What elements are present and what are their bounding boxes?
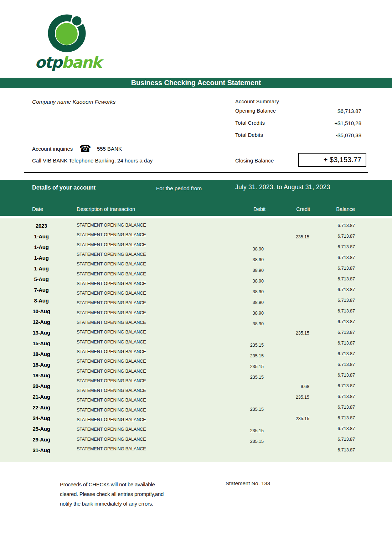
balance-cell: 6.713.87 xyxy=(316,351,355,356)
debit-cell: 38.90 xyxy=(225,247,264,252)
debit-cell: 38.90 xyxy=(225,311,264,316)
date-cell: 21-Aug xyxy=(29,394,53,400)
total-credits-label: Total Credits xyxy=(235,120,265,126)
footer-notice-line: notify the bank immediately of any error… xyxy=(60,499,177,508)
description-cell: STATEMENT OPENING BALANCE xyxy=(77,232,146,237)
otp-logo-mark-icon xyxy=(48,10,88,54)
balance-cell: 6.713.87 xyxy=(316,276,355,281)
logo-otp-text: otp xyxy=(35,53,62,71)
column-header-balance: Balance xyxy=(319,206,355,212)
date-cell: 10-Aug xyxy=(29,308,53,314)
date-cell: 2023 xyxy=(29,223,53,229)
table-row: 1-Aug235.156.713.87 xyxy=(0,233,392,243)
details-title: Details of your account xyxy=(32,184,96,191)
table-row: 31-Aug6.713.87 xyxy=(0,447,392,457)
otp-bank-logo: otpbank xyxy=(34,10,102,71)
telephone-banking-line: Call VIB BANK Telephone Banking, 24 hour… xyxy=(32,157,153,164)
balance-cell: 6.713.87 xyxy=(316,266,355,271)
date-cell: 18-Aug xyxy=(29,351,53,357)
table-row: 20236.713.87 xyxy=(0,223,392,233)
summary-row-total-debits: Total Debits -$5,070,38 xyxy=(235,132,361,144)
details-header-band: Details of your account For the period f… xyxy=(0,180,392,216)
footer-notice-line: Proceeds of CHECKs will not be available xyxy=(60,480,177,489)
total-credits-value: +$1,510,28 xyxy=(335,120,362,126)
table-row: 12-Aug38.906.713.87 xyxy=(0,319,392,329)
credit-cell: 235.15 xyxy=(271,234,309,239)
description-cell: STATEMENT OPENING BALANCE xyxy=(77,262,146,267)
balance-cell: 6.713.87 xyxy=(316,319,355,324)
footer-notice: Proceeds of CHECKs will not be available… xyxy=(60,480,177,508)
debit-cell: 38.90 xyxy=(225,321,264,326)
period-label: For the period from xyxy=(156,185,202,192)
debit-cell: 235.15 xyxy=(225,343,264,348)
phone-icon: ☎ xyxy=(79,144,91,154)
balance-cell: 6.713.87 xyxy=(316,448,355,452)
balance-cell: 6.713.87 xyxy=(316,373,355,378)
date-cell: 13-Aug xyxy=(29,330,53,336)
table-row: 15-Aug235.156.713.87 xyxy=(0,340,392,350)
credit-cell: 235.15 xyxy=(271,416,309,421)
account-inquiries-row: Account inquiries ☎ 555 BANK xyxy=(32,144,122,154)
date-cell: 1-Aug xyxy=(29,233,53,239)
table-row: 1-Aug38.906.713.87 xyxy=(0,255,392,265)
balance-cell: 6.713.87 xyxy=(316,255,355,260)
table-row: 7-Aug38.906.713.87 xyxy=(0,287,392,297)
table-row: 22-Aug235.156.713.87 xyxy=(0,404,392,414)
balance-cell: 6.713.87 xyxy=(316,383,355,388)
description-cell: STATEMENT OPENING BALANCE xyxy=(77,252,146,257)
opening-balance-value: $6,713.87 xyxy=(337,108,361,114)
opening-balance-label: Opening Balance xyxy=(235,108,276,114)
table-row: 18-Aug235.156.713.87 xyxy=(0,351,392,361)
balance-cell: 6.713.87 xyxy=(316,426,355,431)
table-row: 21-Aug235.156.713.87 xyxy=(0,394,392,404)
table-row: 8-Aug38.906.713.87 xyxy=(0,298,392,307)
debit-cell: 235.15 xyxy=(225,428,264,433)
account-summary-title: Account Summary xyxy=(235,99,279,104)
table-row: 18-Aug235.156.713.87 xyxy=(0,362,392,372)
otp-bank-wordmark: otpbank xyxy=(35,54,101,71)
debit-cell: 235.15 xyxy=(225,353,264,358)
closing-balance-value: + $3,153.77 xyxy=(298,153,366,167)
description-cell: STATEMENT OPENING BALANCE xyxy=(77,437,146,442)
statement-title-banner: Business Checking Account Statement xyxy=(0,78,392,88)
debit-cell: 38.90 xyxy=(225,268,264,273)
date-cell: 29-Aug xyxy=(29,436,53,443)
date-cell: 20-Aug xyxy=(29,383,53,389)
debit-cell: 235.15 xyxy=(225,375,264,380)
transactions-table: 20236.713.871-Aug235.156.713.871-Aug38.9… xyxy=(0,218,392,462)
credit-cell: 235.15 xyxy=(271,395,309,400)
company-name: Company name Kaooom Feworks xyxy=(32,99,115,105)
debit-cell: 235.15 xyxy=(225,364,264,369)
summary-row-total-credits: Total Credits +$1,510,28 xyxy=(235,120,361,132)
summary-row-opening-balance: Opening Balance $6,713.87 xyxy=(235,108,361,120)
date-cell: 1-Aug xyxy=(29,255,53,261)
column-header-credit: Credit xyxy=(274,206,310,212)
total-debits-label: Total Debits xyxy=(235,132,263,138)
date-cell: 18-Aug xyxy=(29,372,53,378)
balance-cell: 6.713.87 xyxy=(316,341,355,346)
description-cell: STATEMENT OPENING BALANCE xyxy=(77,408,146,413)
balance-cell: 6.713.87 xyxy=(316,309,355,314)
balance-cell: 6.713.87 xyxy=(316,298,355,303)
date-cell: 15-Aug xyxy=(29,340,53,346)
section-divider xyxy=(24,172,368,173)
table-row: 18-Aug235.156.713.87 xyxy=(0,372,392,382)
balance-cell: 6.713.87 xyxy=(316,244,355,249)
footer-notice-line: cleared. Please check all entries prompt… xyxy=(60,489,177,499)
period-value: July 31. 2023. to August 31, 2023 xyxy=(235,183,330,191)
table-row: 25-Aug235.156.713.87 xyxy=(0,426,392,436)
table-row: 13-Aug235.156.713.87 xyxy=(0,330,392,340)
balance-cell: 6.713.87 xyxy=(316,394,355,399)
date-cell: 25-Aug xyxy=(29,426,53,432)
column-header-date: Date xyxy=(32,206,43,212)
description-cell: STATEMENT OPENING BALANCE xyxy=(77,340,146,345)
date-cell: 8-Aug xyxy=(29,298,53,304)
description-cell: STATEMENT OPENING BALANCE xyxy=(77,369,146,374)
column-header-description: Description of transaction xyxy=(77,206,135,212)
description-cell: STATEMENT OPENING BALANCE xyxy=(77,427,146,432)
total-debits-value: -$5,070,38 xyxy=(336,132,361,138)
date-cell: 7-Aug xyxy=(29,287,53,293)
debit-cell: 235.15 xyxy=(225,439,264,444)
balance-cell: 6.713.87 xyxy=(316,287,355,292)
balance-cell: 6.713.87 xyxy=(316,437,355,442)
